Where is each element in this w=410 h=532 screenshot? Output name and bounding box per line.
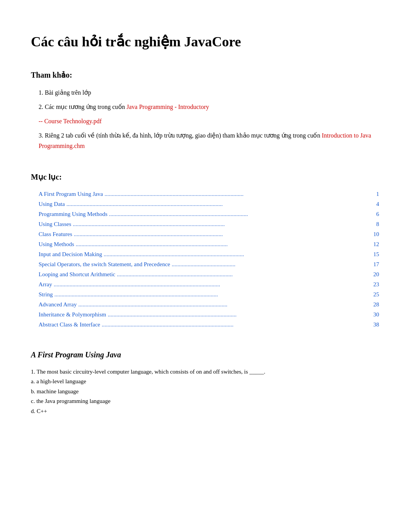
toc-page-1: 4 [376,199,380,209]
question-1-option-c: c. the Java programming language [31,396,379,406]
toc-title-0[interactable]: A First Program Using Java [39,189,103,199]
toc-page-9: 23 [373,280,379,289]
toc-entry-11[interactable]: Advanced Array .........................… [39,300,379,309]
toc-title-4[interactable]: Class Features [39,229,72,239]
toc-entry-10[interactable]: String .................................… [39,290,379,299]
reference-1-text: 1. Bài giảng trên lớp [39,89,91,96]
reference-3-before: 3. Riêng 2 tab cuối về (tính thừa kế, đa… [39,132,322,139]
toc-title-3[interactable]: Using Classes [39,219,71,229]
toc-title-11[interactable]: Advanced Array [39,300,77,309]
toc-title-6[interactable]: Input and Decision Making [39,250,102,259]
toc-title-12[interactable]: Inheritance & Polymorphism [39,310,106,319]
toc-page-8: 20 [373,270,379,279]
toc-dots-1: ........................................… [66,199,375,209]
toc-dots-6: ........................................… [104,250,372,259]
reference-item-3: 3. Riêng 2 tab cuối về (tính thừa kế, đa… [39,130,379,151]
toc-entry-4[interactable]: Class Features .........................… [39,229,379,239]
reference-2-link[interactable]: Java Programming - Introductory [127,104,209,110]
toc-dots-13: ........................................… [102,320,372,329]
toc-title-13[interactable]: Abstract Class & Interface [39,320,100,329]
toc-entry-8[interactable]: Looping and Shortcut Arithmetic ........… [39,270,379,279]
toc-page-3: 8 [376,219,380,229]
reference-section: 1. Bài giảng trên lớp 2. Các mục tương ứ… [31,87,379,151]
toc-entry-13[interactable]: Abstract Class & Interface .............… [39,320,379,329]
toc-title-5[interactable]: Using Methods [39,240,74,249]
first-program-heading: A First Program Using Java [31,348,379,361]
toc-dots-0: ........................................… [105,189,375,199]
toc-page-11: 28 [373,300,379,309]
toc-entry-12[interactable]: Inheritance & Polymorphism .............… [39,310,379,319]
toc-entry-2[interactable]: Programming Using Methods ..............… [39,209,379,219]
toc-page-2: 6 [376,209,380,219]
reference-heading: Tham khảo: [31,69,379,81]
toc-title-8[interactable]: Looping and Shortcut Arithmetic [39,270,115,279]
toc-dots-8: ........................................… [117,270,372,279]
question-1-text: 1. The most basic circuitry-level comput… [31,367,379,377]
toc-entry-6[interactable]: Input and Decision Making ..............… [39,250,379,259]
reference-2b-text: -- Course Technology.pdf [39,118,102,124]
toc-entry-1[interactable]: Using Data .............................… [39,199,379,209]
reference-item-1: 1. Bài giảng trên lớp [39,87,379,98]
toc-title-2[interactable]: Programming Using Methods [39,209,107,219]
toc-page-4: 10 [373,229,379,239]
toc-dots-4: ........................................… [74,229,372,239]
toc-entry-7[interactable]: Special Operators, the switch Statement,… [39,260,379,269]
reference-item-2: 2. Các mục tương ứng trong cuốn Java Pro… [39,102,379,112]
toc-dots-2: ........................................… [109,209,374,219]
toc-entry-5[interactable]: Using Methods ..........................… [39,240,379,249]
toc-page-0: 1 [376,189,380,199]
toc-heading: Mục lục: [31,171,379,183]
toc-dots-9: ........................................… [54,280,372,289]
toc-dots-5: ........................................… [76,240,372,249]
question-1-option-d: d. C++ [31,406,379,416]
toc-title-1[interactable]: Using Data [39,199,65,209]
toc-dots-12: ........................................… [108,310,372,319]
toc-page-13: 38 [373,320,379,329]
reference-item-2b: -- Course Technology.pdf [39,116,379,126]
toc-entry-9[interactable]: Array ..................................… [39,280,379,289]
question-1-block: 1. The most basic circuitry-level comput… [31,367,379,416]
toc-page-7: 17 [373,260,379,269]
page-title: Các câu hỏi trắc nghiệm JavaCore [31,31,379,53]
toc-dots-11: ........................................… [78,300,372,309]
toc-page-10: 25 [373,290,379,299]
toc-title-10[interactable]: String [39,290,53,299]
toc-dots-7: ........................................… [172,260,372,269]
toc-page-6: 15 [373,250,379,259]
toc-title-7[interactable]: Special Operators, the switch Statement,… [39,260,170,269]
toc-dots-3: ........................................… [73,219,375,229]
reference-2-before: 2. Các mục tương ứng trong cuốn [39,104,127,110]
toc-page-12: 30 [373,310,379,319]
toc-section: A First Program Using Java .............… [31,189,379,329]
toc-entry-3[interactable]: Using Classes ..........................… [39,219,379,229]
first-program-section: A First Program Using Java 1. The most b… [31,348,379,416]
toc-dots-10: ........................................… [54,290,372,299]
question-1-option-b: b. machine language [31,387,379,397]
toc-entry-0[interactable]: A First Program Using Java .............… [39,189,379,199]
toc-title-9[interactable]: Array [39,280,52,289]
question-1-option-a: a. a high-level language [31,377,379,387]
toc-page-5: 12 [373,240,379,249]
